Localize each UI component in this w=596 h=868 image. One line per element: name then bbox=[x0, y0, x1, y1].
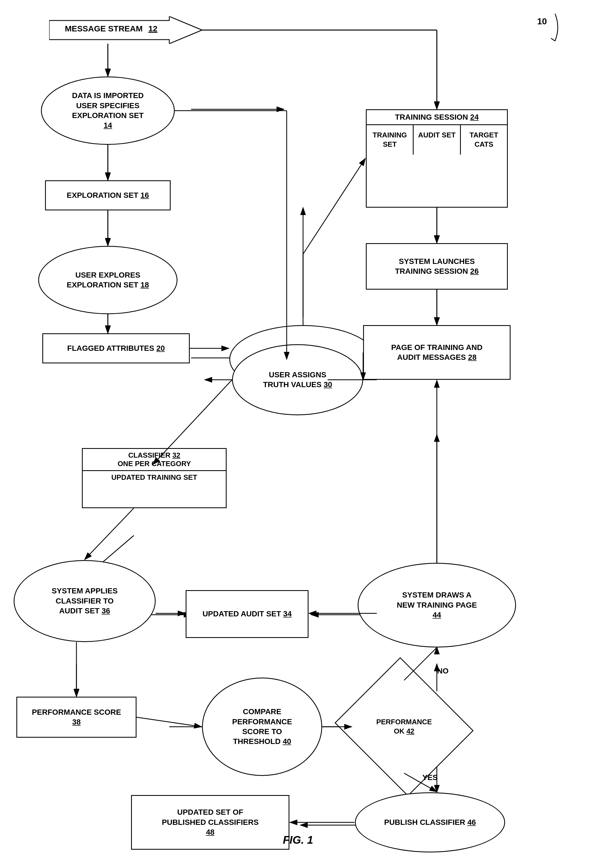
training-session-box: TRAINING SESSION 24 TRAININGSET AUDIT SE… bbox=[366, 109, 508, 208]
flagged-attrs-box: FLAGGED ATTRIBUTES 20 bbox=[42, 333, 190, 363]
performance-ok-diamond: PERFORMANCEOK 42 bbox=[352, 680, 456, 773]
svg-line-51 bbox=[137, 717, 202, 727]
svg-text:MESSAGE STREAM: MESSAGE STREAM bbox=[65, 24, 143, 33]
user-assigns-oval: USER ASSIGNSTRUTH VALUES 30 bbox=[232, 344, 363, 415]
svg-line-0 bbox=[551, 38, 555, 41]
compare-perf-oval: COMPAREPERFORMANCESCORE TOTHRESHOLD 40 bbox=[202, 677, 322, 776]
figure-label: FIG. 1 bbox=[283, 834, 313, 846]
svg-text:12: 12 bbox=[148, 24, 157, 33]
system-applies-oval: SYSTEM APPLIESCLASSIFIER TOAUDIT SET 36 bbox=[14, 560, 156, 642]
yes-label: YES bbox=[422, 773, 438, 782]
message-stream: MESSAGE STREAM 12 bbox=[49, 16, 202, 45]
import-oval: DATA IS IMPORTEDUSER SPECIFIESEXPLORATIO… bbox=[41, 77, 175, 145]
exploration-set-box: EXPLORATION SET 16 bbox=[45, 180, 171, 210]
system-launches-box: SYSTEM LAUNCHESTRAINING SESSION 26 bbox=[366, 243, 508, 290]
svg-line-40 bbox=[303, 158, 365, 254]
user-explores-oval: USER EXPLORESEXPLORATION SET 18 bbox=[38, 246, 177, 314]
page-training-box: PAGE OF TRAINING ANDAUDIT MESSAGES 28 bbox=[363, 325, 510, 380]
diagram: 10 MESSAGE STREAM 12 bbox=[0, 0, 596, 868]
updated-audit-box: UPDATED AUDIT SET 34 bbox=[186, 590, 308, 638]
no-label: NO bbox=[437, 667, 448, 676]
updated-published-box: UPDATED SET OFPUBLISHED CLASSIFIERS48 bbox=[131, 795, 289, 850]
performance-score-box: PERFORMANCE SCORE38 bbox=[16, 697, 137, 738]
classifier-box: CLASSIFIER 32ONE PER CATEGORY UPDATED TR… bbox=[82, 448, 227, 508]
system-draws-oval: SYSTEM DRAWS ANEW TRAINING PAGE44 bbox=[358, 563, 516, 648]
publish-classifier-oval: PUBLISH CLASSIFIER 46 bbox=[355, 792, 505, 852]
svg-line-47 bbox=[85, 508, 134, 559]
